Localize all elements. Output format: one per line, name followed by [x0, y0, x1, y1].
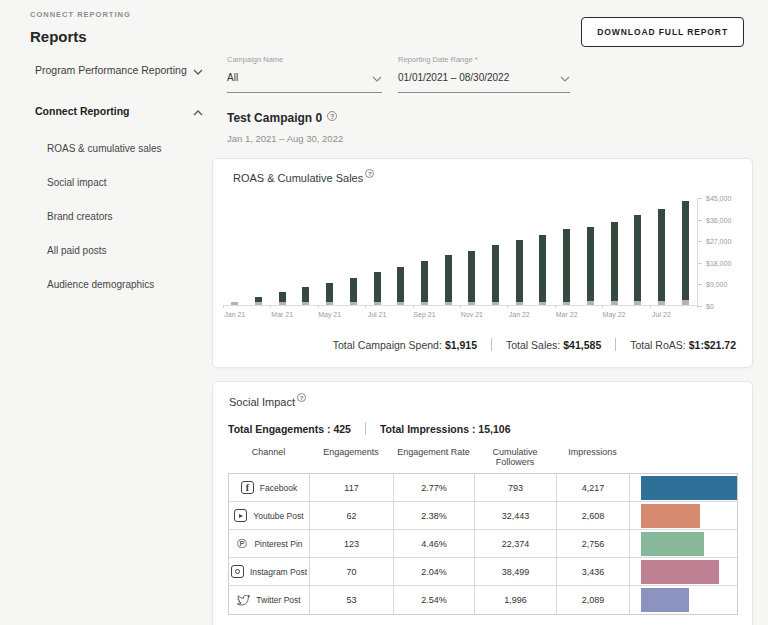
column-header-cumulative-followers: Cumulative Followers [474, 447, 556, 467]
instagram-icon [231, 565, 244, 578]
sidebar-item-brand-creators[interactable]: Brand creators [47, 211, 210, 222]
sidebar-item-program-performance-reporting[interactable]: Program Performance Reporting [35, 61, 203, 79]
x-axis-label: Mar 21 [271, 311, 293, 318]
x-axis-label: Mar 22 [556, 311, 578, 318]
divider [615, 338, 616, 351]
divider [491, 338, 492, 351]
table-row-youtube-post[interactable]: Youtube Post 62 2.38% 32,443 2,608 [229, 502, 737, 530]
sidebar-item-connect-reporting[interactable]: Connect Reporting [35, 102, 203, 120]
campaign-name-select[interactable]: Campaign Name All [227, 55, 382, 93]
social-card-title: Social Impact [229, 396, 295, 408]
x-axis-label: Jan 21 [224, 311, 245, 318]
followers-cell: 1,996 [475, 586, 557, 614]
followers-cell: 38,499 [475, 558, 557, 585]
campaign-name-label: Campaign Name [227, 55, 382, 64]
chart-bar-aug-21 [397, 267, 404, 305]
channel-label: Twitter Post [256, 595, 300, 605]
help-icon[interactable]: ? [327, 111, 337, 121]
column-header-impressions: Impressions [556, 447, 629, 467]
roas-y-axis: $45,000$36,000$27,000$18,000$9,000$0 [698, 198, 744, 306]
chart-bar-jul-21 [374, 272, 381, 305]
chart-bar-may-22 [611, 222, 618, 305]
engagement-rate-cell: 2.77% [394, 474, 475, 501]
campaign-header: Test Campaign 0 ? Jan 1, 2021 – Aug 30, … [227, 111, 753, 144]
social-table-body: f Facebook 117 2.77% 793 4,217 Youtube P… [228, 473, 738, 615]
followers-cell: 793 [475, 474, 557, 501]
impressions-bar [641, 504, 700, 528]
chart-bar-dec-21 [492, 245, 499, 305]
impressions-bar [641, 532, 704, 556]
filters: Campaign Name All Reporting Date Range *… [227, 55, 753, 93]
y-axis-label: $0 [706, 303, 714, 310]
chart-bar-may-21 [326, 283, 333, 305]
chart-bar-mar-22 [563, 229, 570, 305]
engagement-rate-cell: 2.38% [394, 502, 475, 529]
table-row-facebook[interactable]: f Facebook 117 2.77% 793 4,217 [229, 474, 737, 502]
campaign-title: Test Campaign 0 [227, 111, 322, 125]
chart-bar-aug-22 [682, 201, 689, 305]
social-table: Channel Engagements Engagement Rate Cumu… [228, 447, 738, 615]
y-axis-label: $27,000 [706, 238, 731, 245]
x-axis-label: Sep 21 [413, 311, 435, 318]
sidebar: Program Performance Reporting Connect Re… [0, 45, 210, 313]
channel-label: Facebook [260, 483, 297, 493]
total-campaign-spend: Total Campaign Spend:$1,915 [333, 339, 477, 351]
help-icon[interactable]: ? [297, 393, 306, 402]
campaign-name-value: All [227, 72, 238, 83]
twitter-icon [237, 594, 250, 607]
impressions-cell: 2,756 [557, 530, 630, 557]
chart-bar-feb-21 [255, 297, 262, 305]
pinterest-icon: ℗ [235, 537, 248, 550]
chart-bar-jun-21 [350, 278, 357, 305]
main-content: Campaign Name All Reporting Date Range *… [210, 45, 768, 625]
engagements-cell: 70 [310, 558, 394, 585]
chevron-down-icon [372, 68, 382, 86]
impressions-bar [641, 588, 689, 612]
total-roas: Total RoAS:$1:$21.72 [630, 339, 736, 351]
sidebar-item-roas-cumulative-sales[interactable]: ROAS & cumulative sales [47, 143, 210, 154]
chevron-down-icon [560, 68, 570, 86]
engagement-rate-cell: 4.46% [394, 530, 475, 557]
column-header-engagements: Engagements [309, 447, 393, 467]
chart-bar-sep-21 [421, 261, 428, 305]
followers-cell: 32,443 [475, 502, 557, 529]
topbar: CONNECT REPORTING Reports DOWNLOAD FULL … [0, 0, 768, 45]
x-axis-label: May 22 [603, 311, 626, 318]
chart-bar-nov-21 [468, 251, 475, 305]
chart-bar-jun-22 [634, 215, 641, 305]
impressions-cell: 2,089 [557, 586, 630, 614]
engagement-rate-cell: 2.04% [394, 558, 475, 585]
total-engagements: Total Engagements : 425 [228, 423, 351, 435]
y-axis-label: $9,000 [706, 281, 727, 288]
campaign-dates: Jan 1, 2021 – Aug 30, 2022 [227, 133, 753, 144]
sidebar-item-all-paid-posts[interactable]: All paid posts [47, 245, 210, 256]
help-icon[interactable]: ? [365, 169, 374, 178]
date-range-select[interactable]: Reporting Date Range * 01/01/2021 – 08/3… [398, 55, 570, 93]
x-axis-label: Jan 22 [509, 311, 530, 318]
chevron-up-icon [193, 102, 203, 120]
impressions-cell: 3,436 [557, 558, 630, 585]
table-row-pinterest-pin[interactable]: ℗ Pinterest Pin 123 4.46% 22,374 2,756 [229, 530, 737, 558]
roas-totals: Total Campaign Spend:$1,915 Total Sales:… [223, 338, 736, 351]
youtube-icon [234, 509, 247, 522]
sidebar-item-social-impact[interactable]: Social impact [47, 177, 210, 188]
total-impressions: Total Impressions : 15,106 [380, 423, 511, 435]
y-axis-label: $45,000 [706, 195, 731, 202]
engagements-cell: 62 [310, 502, 394, 529]
y-axis-label: $18,000 [706, 259, 731, 266]
sidebar-item-audience-demographics[interactable]: Audience demographics [47, 279, 210, 290]
table-row-instagram-post[interactable]: Instagram Post 70 2.04% 38,499 3,436 [229, 558, 737, 586]
channel-label: Pinterest Pin [254, 539, 302, 549]
x-axis-label: Jul 21 [368, 311, 387, 318]
date-range-value: 01/01/2021 – 08/30/2022 [398, 72, 509, 83]
chart-bar-mar-21 [279, 292, 286, 305]
engagement-rate-cell: 2.54% [394, 586, 475, 614]
table-row-twitter-post[interactable]: Twitter Post 53 2.54% 1,996 2,089 [229, 586, 737, 614]
impressions-bar [641, 560, 719, 584]
impressions-cell: 2,608 [557, 502, 630, 529]
channel-label: Instagram Post [250, 567, 307, 577]
date-range-label: Reporting Date Range * [398, 55, 570, 64]
download-full-report-button[interactable]: DOWNLOAD FULL REPORT [581, 17, 744, 47]
x-axis-label: Jul 22 [652, 311, 671, 318]
roas-chart: Jan 21Mar 21May 21Jul 21Sep 21Nov 21Jan … [223, 198, 744, 306]
